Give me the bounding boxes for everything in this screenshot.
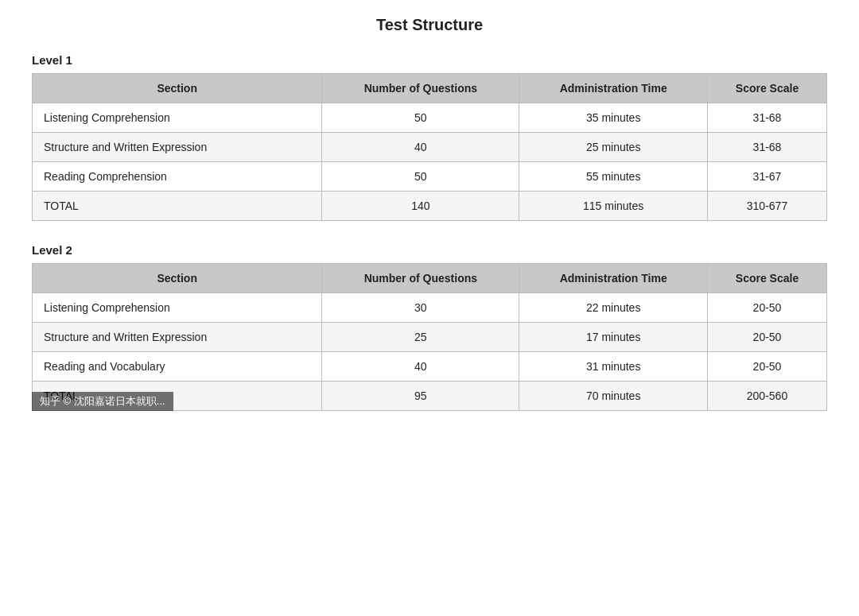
table-cell: 140 — [322, 192, 519, 221]
level1-col-time: Administration Time — [519, 74, 708, 103]
table-cell: 25 — [322, 323, 519, 352]
table-cell: 31-68 — [708, 103, 827, 133]
level1-section: Level 1 Section Number of Questions Admi… — [32, 53, 827, 221]
table-cell: Reading and Vocabulary — [33, 352, 322, 382]
table-row: Structure and Written Expression2517 min… — [33, 323, 827, 352]
watermark-text: 知乎 © 沈阳嘉诺日本就职... — [32, 392, 173, 411]
table-cell: 25 minutes — [519, 133, 708, 162]
table-cell: 22 minutes — [519, 293, 708, 323]
table-cell: 31-67 — [708, 162, 827, 192]
table-cell: 70 minutes — [519, 382, 708, 411]
table-cell: 40 — [322, 352, 519, 382]
table-cell: 115 minutes — [519, 192, 708, 221]
table-cell: Reading Comprehension — [33, 162, 322, 192]
level2-col-section: Section — [33, 264, 322, 293]
table-cell: 55 minutes — [519, 162, 708, 192]
table-row: Listening Comprehension5035 minutes31-68 — [33, 103, 827, 133]
table-cell: Structure and Written Expression — [33, 133, 322, 162]
table-cell: 30 — [322, 293, 519, 323]
table-cell: 17 minutes — [519, 323, 708, 352]
table-cell: Structure and Written Expression — [33, 323, 322, 352]
table-row: Reading and Vocabulary4031 minutes20-50 — [33, 352, 827, 382]
table-cell: 20-50 — [708, 293, 827, 323]
level1-label: Level 1 — [32, 53, 827, 67]
level1-col-questions: Number of Questions — [322, 74, 519, 103]
table-cell: 200-560 — [708, 382, 827, 411]
level2-col-questions: Number of Questions — [322, 264, 519, 293]
level1-col-score: Score Scale — [708, 74, 827, 103]
level2-label: Level 2 — [32, 243, 827, 257]
level1-table: Section Number of Questions Administrati… — [32, 73, 827, 221]
table-cell: 50 — [322, 162, 519, 192]
table-row: TOTAL140115 minutes310-677 — [33, 192, 827, 221]
table-cell: 40 — [322, 133, 519, 162]
level1-col-section: Section — [33, 74, 322, 103]
table-cell: 31-68 — [708, 133, 827, 162]
level2-section: Level 2 Section Number of Questions Admi… — [32, 243, 827, 411]
table-cell: 31 minutes — [519, 352, 708, 382]
table-row: Reading Comprehension5055 minutes31-67 — [33, 162, 827, 192]
table-cell: 310-677 — [708, 192, 827, 221]
table-cell: 20-50 — [708, 352, 827, 382]
table-cell: 35 minutes — [519, 103, 708, 133]
level2-col-score: Score Scale — [708, 264, 827, 293]
level2-table: Section Number of Questions Administrati… — [32, 263, 827, 411]
table-cell: Listening Comprehension — [33, 103, 322, 133]
table-cell: 95 — [322, 382, 519, 411]
level2-header-row: Section Number of Questions Administrati… — [33, 264, 827, 293]
table-cell: Listening Comprehension — [33, 293, 322, 323]
level1-header-row: Section Number of Questions Administrati… — [33, 74, 827, 103]
table-cell: 20-50 — [708, 323, 827, 352]
table-row: Listening Comprehension3022 minutes20-50 — [33, 293, 827, 323]
level2-col-time: Administration Time — [519, 264, 708, 293]
page-title: Test Structure — [32, 16, 827, 34]
table-cell: TOTAL — [33, 192, 322, 221]
table-row: Structure and Written Expression4025 min… — [33, 133, 827, 162]
table-cell: 50 — [322, 103, 519, 133]
